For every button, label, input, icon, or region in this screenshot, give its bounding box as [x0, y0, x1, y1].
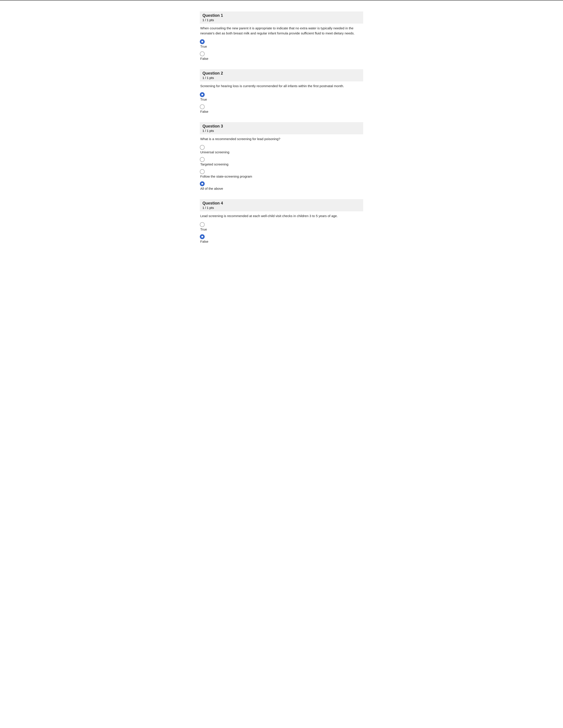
radio-circle-3-2[interactable] — [200, 157, 205, 162]
answer-label-1-2: False — [200, 57, 363, 60]
radio-circle-2-1[interactable] — [200, 92, 205, 97]
answer-label-2-1: True — [200, 98, 363, 101]
radio-circle-4-1[interactable] — [200, 222, 205, 227]
radio-circle-3-3[interactable] — [200, 169, 205, 174]
question-pts-4: 1 / 1 pts — [202, 206, 361, 210]
radio-row-1-1 — [200, 39, 363, 44]
answer-label-4-2: False — [200, 240, 363, 243]
answer-label-1-1: True — [200, 45, 363, 48]
question-block-2: Question 21 / 1 ptsScreening for hearing… — [200, 69, 363, 113]
question-title-3: Question 3 — [202, 124, 361, 129]
answer-option-2-2[interactable]: False — [200, 104, 363, 113]
radio-circle-3-1[interactable] — [200, 145, 205, 150]
answer-option-4-2[interactable]: False — [200, 234, 363, 243]
radio-row-2-2 — [200, 104, 363, 109]
answer-option-2-1[interactable]: True — [200, 92, 363, 101]
radio-row-4-1 — [200, 222, 363, 227]
question-header-2: Question 21 / 1 pts — [200, 69, 363, 81]
question-title-2: Question 2 — [202, 71, 361, 76]
answer-label-3-3: Follow the state-screening program — [200, 174, 363, 178]
radio-row-2-1 — [200, 92, 363, 97]
answer-option-1-2[interactable]: False — [200, 51, 363, 60]
answer-label-3-4: All of the above — [200, 187, 363, 190]
question-pts-3: 1 / 1 pts — [202, 129, 361, 133]
question-block-4: Question 41 / 1 ptsLead screening is rec… — [200, 199, 363, 243]
question-block-1: Question 11 / 1 ptsWhen counseling the n… — [200, 11, 363, 60]
question-text-2: Screening for hearing loss is currently … — [200, 84, 363, 89]
answer-option-1-1[interactable]: True — [200, 39, 363, 48]
answer-option-3-3[interactable]: Follow the state-screening program — [200, 169, 363, 178]
answer-option-3-4[interactable]: All of the above — [200, 181, 363, 190]
question-header-4: Question 41 / 1 pts — [200, 199, 363, 211]
questions-container: Question 11 / 1 ptsWhen counseling the n… — [200, 11, 363, 243]
radio-circle-1-2[interactable] — [200, 51, 205, 56]
answer-label-3-2: Targeted screening — [200, 162, 363, 166]
question-title-1: Question 1 — [202, 13, 361, 18]
answer-label-2-2: False — [200, 110, 363, 113]
question-text-3: What is a recommended screening for lead… — [200, 137, 363, 142]
radio-row-1-2 — [200, 51, 363, 56]
answer-option-4-1[interactable]: True — [200, 222, 363, 231]
question-block-3: Question 31 / 1 ptsWhat is a recommended… — [200, 122, 363, 191]
question-text-1: When counseling the new parent it is app… — [200, 26, 363, 36]
radio-circle-3-4[interactable] — [200, 181, 205, 186]
radio-circle-1-1[interactable] — [200, 39, 205, 44]
radio-circle-4-2[interactable] — [200, 234, 205, 239]
page-content: Question 11 / 1 ptsWhen counseling the n… — [191, 7, 372, 265]
radio-row-3-3 — [200, 169, 363, 174]
question-text-4: Lead screening is recommended at each we… — [200, 214, 363, 219]
answer-label-3-1: Universal screening — [200, 150, 363, 154]
question-pts-2: 1 / 1 pts — [202, 76, 361, 80]
question-title-4: Question 4 — [202, 201, 361, 206]
question-header-3: Question 31 / 1 pts — [200, 122, 363, 134]
radio-row-3-1 — [200, 145, 363, 150]
answer-label-4-1: True — [200, 227, 363, 231]
radio-circle-2-2[interactable] — [200, 104, 205, 109]
radio-row-3-4 — [200, 181, 363, 186]
radio-row-4-2 — [200, 234, 363, 239]
top-border — [0, 0, 563, 0]
radio-row-3-2 — [200, 157, 363, 162]
answer-option-3-1[interactable]: Universal screening — [200, 145, 363, 154]
answer-option-3-2[interactable]: Targeted screening — [200, 157, 363, 166]
question-header-1: Question 11 / 1 pts — [200, 11, 363, 24]
question-pts-1: 1 / 1 pts — [202, 18, 361, 22]
